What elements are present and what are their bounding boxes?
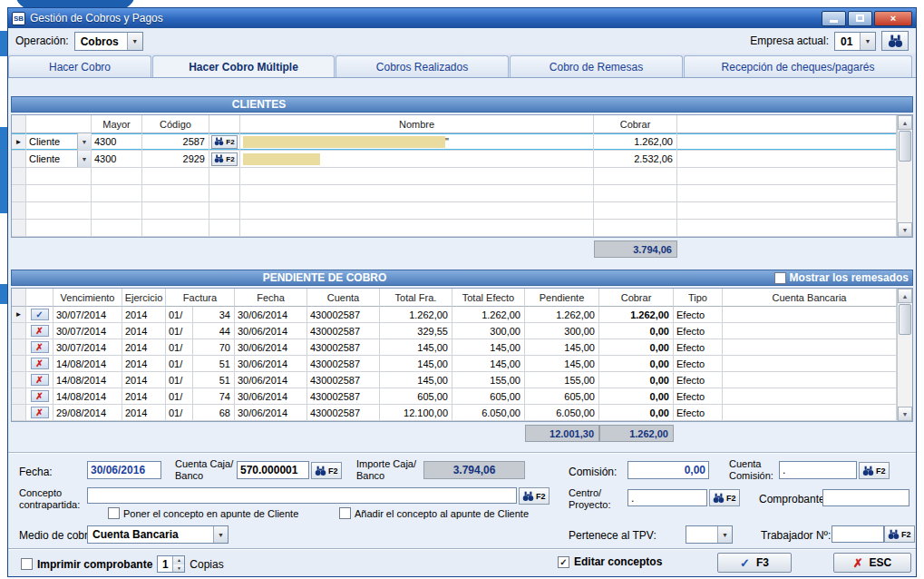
trabajador-input[interactable] xyxy=(832,525,884,543)
centro-proyecto-input[interactable] xyxy=(627,489,707,506)
search-f2-button[interactable]: F2 xyxy=(859,462,890,479)
pendiente-row[interactable]: ✗ 30/07/2014 2014 01/ 70 30/06/2014 4300… xyxy=(12,339,897,356)
cell-fecha: 30/06/2014 xyxy=(235,372,307,388)
scroll-down-icon[interactable]: ▼ xyxy=(898,407,912,421)
toolbar: Operación: Cobros ▼ Empresa actual: 01 ▼ xyxy=(8,28,916,54)
cell-total-fra: 145,00 xyxy=(380,339,452,356)
accept-f3-button[interactable]: ✓ F3 xyxy=(717,553,792,573)
search-f2-button[interactable]: F2 xyxy=(519,487,550,505)
comision-input[interactable] xyxy=(627,461,709,479)
nombre-cell[interactable]: " xyxy=(240,133,594,151)
cross-icon[interactable]: ✗ xyxy=(31,341,49,353)
cross-icon[interactable]: ✗ xyxy=(31,325,49,337)
empty-row[interactable] xyxy=(12,220,897,237)
tab-cobro-remesas[interactable]: Cobro de Remesas xyxy=(510,55,683,77)
medio-cobro-select[interactable]: Cuenta Bancaria ▼ xyxy=(87,525,229,544)
pendiente-scrollbar[interactable]: ▲ ▼ xyxy=(897,289,912,421)
cell-cobrar[interactable]: 0,00 xyxy=(599,405,674,421)
clientes-header-bar: CLIENTES xyxy=(11,96,913,113)
editar-checkbox[interactable]: ✓ xyxy=(558,556,569,568)
cell-cobrar[interactable]: 1.262,00 xyxy=(599,307,674,323)
close-button[interactable]: × xyxy=(874,11,912,26)
cell-cobrar[interactable]: 0,00 xyxy=(599,372,674,388)
mostrar-remesados-checkbox[interactable] xyxy=(774,272,786,284)
empty-row[interactable] xyxy=(12,168,897,185)
cobrar-cell[interactable]: 1.262,00 xyxy=(594,133,677,151)
cell-cobrar[interactable]: 0,00 xyxy=(599,339,674,356)
search-f2-button[interactable]: F2 xyxy=(709,489,740,506)
operacion-select[interactable]: Cobros ▼ xyxy=(74,32,143,51)
tab-recepcion-cheques[interactable]: Recepción de cheques/pagarés xyxy=(684,55,912,77)
empty-row[interactable] xyxy=(12,202,897,220)
empresa-select[interactable]: 01 ▼ xyxy=(834,32,876,51)
scroll-thumb[interactable] xyxy=(899,131,911,162)
pendiente-row[interactable]: ✗ 14/08/2014 2014 01/ 74 30/06/2014 4300… xyxy=(12,388,897,405)
search-f2-button[interactable]: F2 xyxy=(311,462,342,479)
copias-stepper[interactable]: 1 ▲ ▼ xyxy=(157,555,185,573)
clientes-row[interactable]: Cliente ▼ 4300 2929 F2 2.532,06 xyxy=(12,151,897,168)
clientes-section: CLIENTES Mayor Código Nombre Cobrar ► xyxy=(11,96,913,258)
pendiente-row[interactable]: ✗ 30/07/2014 2014 01/ 44 30/06/2014 4300… xyxy=(12,323,897,339)
col-vencimiento: Vencimiento xyxy=(53,289,122,307)
cross-icon[interactable]: ✗ xyxy=(31,358,49,369)
poner-concepto-checkbox[interactable] xyxy=(108,507,120,519)
tipo-combo[interactable]: Cliente ▼ xyxy=(26,133,91,150)
pendiente-row[interactable]: ✗ 29/08/2014 2014 01/ 68 30/06/2014 4300… xyxy=(12,405,897,421)
pendiente-row[interactable]: ✗ 14/08/2014 2014 01/ 51 30/06/2014 4300… xyxy=(12,356,897,372)
codigo-cell[interactable]: 2929 xyxy=(142,151,209,168)
cell-total-efecto: 300,00 xyxy=(452,323,525,339)
search-company-button[interactable] xyxy=(881,31,909,51)
nombre-cell[interactable] xyxy=(240,151,594,168)
total-pendiente: 12.001,30 xyxy=(525,425,599,442)
tab-hacer-cobro-multiple[interactable]: Hacer Cobro Múltiple xyxy=(152,55,335,77)
search-f2-button[interactable]: F2 xyxy=(884,525,915,543)
cell-cobrar[interactable]: 0,00 xyxy=(599,356,674,372)
pendiente-row[interactable]: ► ✓ 30/07/2014 2014 01/ 34 30/06/2014 43… xyxy=(12,307,897,323)
cell-total-efecto: 1.262,00 xyxy=(452,307,525,323)
scroll-up-icon[interactable]: ▲ xyxy=(898,289,912,303)
maximize-button[interactable] xyxy=(848,11,872,26)
editar-label: Editar conceptos xyxy=(574,555,662,568)
cell-total-efecto: 145,00 xyxy=(452,356,525,372)
cross-icon[interactable]: ✗ xyxy=(31,407,49,418)
cuenta-caja-input[interactable] xyxy=(237,461,309,479)
scroll-down-icon[interactable]: ▼ xyxy=(898,222,912,237)
search-f2-button[interactable]: F2 xyxy=(211,135,237,149)
scroll-thumb[interactable] xyxy=(899,304,911,335)
operacion-label: Operación: xyxy=(15,34,69,47)
cancel-esc-button[interactable]: ✗ ESC xyxy=(833,553,911,573)
cobrar-cell[interactable]: 2.532,06 xyxy=(594,151,677,168)
imprimir-checkbox[interactable] xyxy=(21,558,33,570)
minimize-button[interactable] xyxy=(822,11,846,26)
cuenta-comision-input[interactable] xyxy=(779,461,857,479)
cell-total-efecto: 155,00 xyxy=(452,372,525,388)
tpv-value xyxy=(686,526,695,543)
tipo-combo[interactable]: Cliente ▼ xyxy=(26,151,91,167)
tab-cobros-realizados[interactable]: Cobros Realizados xyxy=(336,55,509,77)
clientes-scrollbar[interactable]: ▲ ▼ xyxy=(897,115,912,237)
codigo-cell[interactable]: 2587 xyxy=(142,133,209,151)
concepto-input[interactable] xyxy=(87,487,517,504)
cuenta-caja-label: Cuenta Caja/ Banco xyxy=(175,458,233,481)
tab-hacer-cobro[interactable]: Hacer Cobro xyxy=(8,55,151,77)
empty-row[interactable] xyxy=(12,185,897,202)
cross-icon[interactable]: ✗ xyxy=(31,390,49,402)
scroll-up-icon[interactable]: ▲ xyxy=(898,115,912,130)
cross-icon[interactable]: ✗ xyxy=(31,374,49,386)
mayor-cell[interactable]: 4300 xyxy=(92,151,142,168)
pendiente-row[interactable]: ✗ 14/08/2014 2014 01/ 51 30/06/2014 4300… xyxy=(12,372,897,388)
anadir-concepto-checkbox[interactable] xyxy=(339,507,351,519)
cell-cobrar[interactable]: 0,00 xyxy=(599,323,674,339)
stepper-down-icon[interactable]: ▼ xyxy=(173,564,184,573)
copias-value: 1 xyxy=(158,556,172,572)
cell-tipo: Efecto xyxy=(674,339,723,356)
search-f2-button[interactable]: F2 xyxy=(211,152,237,166)
comprobante-input[interactable] xyxy=(822,489,909,506)
check-icon[interactable]: ✓ xyxy=(31,309,49,320)
mayor-cell[interactable]: 4300 xyxy=(92,133,142,151)
fecha-input[interactable] xyxy=(87,461,161,479)
clientes-row[interactable]: ► Cliente ▼ 4300 2587 F2 " 1.262,00 xyxy=(12,133,897,151)
cell-cobrar[interactable]: 0,00 xyxy=(599,388,674,405)
tpv-select[interactable]: ▼ xyxy=(686,525,733,544)
stepper-up-icon[interactable]: ▲ xyxy=(173,556,184,564)
